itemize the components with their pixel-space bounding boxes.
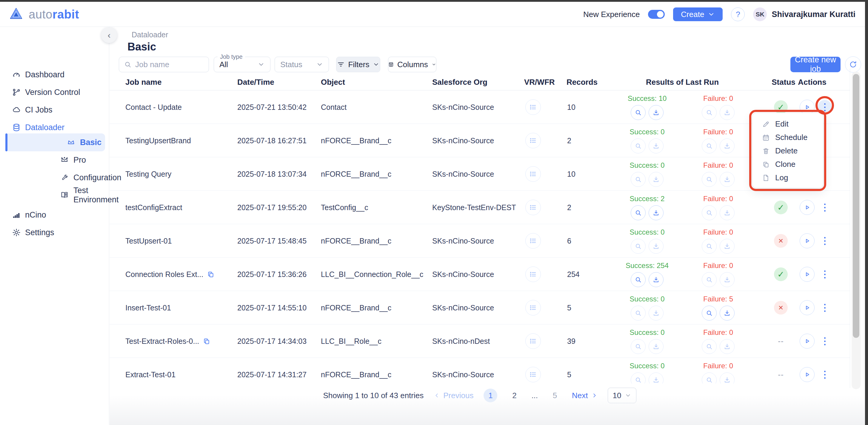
- failure-search-button[interactable]: [702, 272, 717, 287]
- success-download-button[interactable]: [649, 339, 663, 354]
- next-page-button[interactable]: Next: [572, 391, 597, 400]
- sidebar: Dashboard Version Control CI Jobs Datalo…: [0, 27, 109, 425]
- vr-wfr-button[interactable]: [525, 233, 541, 249]
- row-menu-button[interactable]: [817, 367, 832, 382]
- failure-download-button[interactable]: [720, 139, 735, 153]
- success-download-button[interactable]: [649, 205, 663, 220]
- run-job-button[interactable]: [800, 300, 814, 315]
- failure-download-button[interactable]: [720, 272, 735, 287]
- sidebar-item-ci-jobs[interactable]: CI Jobs: [0, 101, 109, 119]
- success-label: Success: 10: [615, 94, 679, 103]
- page-number-2[interactable]: 2: [507, 389, 521, 402]
- create-button[interactable]: Create: [673, 7, 723, 21]
- success-download-button[interactable]: [649, 272, 663, 287]
- row-menu-button[interactable]: [817, 234, 832, 248]
- user-menu[interactable]: SK Shivarajkumar Kuratti: [753, 7, 856, 21]
- scrollbar-thumb[interactable]: [853, 74, 859, 338]
- success-search-button[interactable]: [631, 306, 646, 321]
- run-job-button[interactable]: [800, 233, 814, 248]
- status-cell: --: [767, 325, 795, 358]
- job-type-select[interactable]: Job type All: [214, 57, 271, 72]
- failure-download-button[interactable]: [720, 105, 735, 120]
- job-name-search[interactable]: Job name: [119, 57, 209, 72]
- failure-download-button[interactable]: [720, 339, 735, 354]
- success-search-button[interactable]: [631, 105, 646, 120]
- success-download-button[interactable]: [649, 139, 663, 153]
- run-job-button[interactable]: [800, 200, 814, 215]
- vr-wfr-button[interactable]: [525, 133, 541, 148]
- success-download-button[interactable]: [649, 306, 663, 321]
- success-search-button[interactable]: [631, 172, 646, 187]
- failure-download-button[interactable]: [720, 239, 735, 254]
- success-search-button[interactable]: [631, 139, 646, 153]
- search-icon: [634, 176, 642, 183]
- menu-item-clone[interactable]: Clone: [752, 158, 823, 171]
- page-number-1[interactable]: 1: [484, 389, 497, 402]
- success-search-button[interactable]: [631, 239, 646, 254]
- list-icon: [529, 237, 537, 245]
- refresh-button[interactable]: [845, 56, 861, 72]
- row-menu-button[interactable]: [817, 334, 832, 348]
- success-download-button[interactable]: [649, 172, 663, 187]
- failure-search-button[interactable]: [702, 205, 717, 220]
- page-number-5[interactable]: 5: [548, 389, 562, 402]
- row-menu-button[interactable]: [817, 301, 832, 315]
- row-menu-button[interactable]: [817, 267, 832, 281]
- sidebar-item-version-control[interactable]: Version Control: [0, 84, 109, 101]
- help-button[interactable]: ?: [731, 7, 745, 21]
- sidebar-item-basic[interactable]: Basic: [0, 134, 109, 151]
- failure-download-button[interactable]: [720, 306, 735, 321]
- failure-search-button[interactable]: [702, 172, 717, 187]
- sidebar-item-dashboard[interactable]: Dashboard: [0, 66, 109, 83]
- sidebar-item-pro[interactable]: Pro: [0, 151, 109, 169]
- menu-item-delete[interactable]: Delete: [752, 144, 823, 158]
- success-download-button[interactable]: [649, 372, 663, 384]
- run-job-button[interactable]: [800, 367, 814, 382]
- row-menu-button[interactable]: [817, 200, 832, 215]
- page-size-select[interactable]: 10: [608, 388, 637, 403]
- status-select[interactable]: Status: [275, 57, 329, 72]
- menu-item-edit[interactable]: Edit: [752, 117, 823, 131]
- failure-search-button[interactable]: [702, 239, 717, 254]
- failure-search-button[interactable]: [702, 339, 717, 354]
- sidebar-collapse-button[interactable]: ‹: [101, 27, 117, 43]
- vr-wfr-button[interactable]: [525, 99, 541, 115]
- new-experience-toggle[interactable]: [648, 10, 665, 19]
- run-job-button[interactable]: [800, 267, 814, 282]
- menu-item-schedule[interactable]: Schedule: [752, 131, 823, 144]
- vr-wfr-button[interactable]: [525, 166, 541, 182]
- success-download-button[interactable]: [649, 105, 663, 120]
- failure-search-button[interactable]: [702, 306, 717, 321]
- failure-search-button[interactable]: [702, 372, 717, 384]
- create-new-job-button[interactable]: Create new job: [790, 57, 841, 72]
- success-download-button[interactable]: [649, 239, 663, 254]
- run-job-button[interactable]: [800, 334, 814, 348]
- run-job-button[interactable]: [800, 100, 814, 115]
- success-search-button[interactable]: [631, 339, 646, 354]
- failure-search-button[interactable]: [702, 105, 717, 120]
- columns-button[interactable]: Columns: [388, 57, 436, 72]
- failure-download-button[interactable]: [720, 205, 735, 220]
- filters-button[interactable]: Filters: [336, 57, 380, 72]
- sidebar-item-configuration[interactable]: Configuration: [0, 169, 109, 186]
- success-search-button[interactable]: [631, 272, 646, 287]
- copy-icon[interactable]: [203, 337, 211, 345]
- failure-download-button[interactable]: [720, 372, 735, 384]
- sidebar-item-ncino[interactable]: nCino: [0, 206, 109, 223]
- previous-page-button[interactable]: Previous: [434, 391, 473, 400]
- row-menu-button[interactable]: [817, 100, 832, 114]
- vr-wfr-button[interactable]: [525, 300, 541, 315]
- vr-wfr-button[interactable]: [525, 200, 541, 215]
- vr-wfr-button[interactable]: [525, 267, 541, 282]
- menu-item-log[interactable]: Log: [752, 171, 823, 184]
- success-search-button[interactable]: [631, 372, 646, 384]
- vr-wfr-button[interactable]: [525, 333, 541, 349]
- success-search-button[interactable]: [631, 205, 646, 220]
- copy-icon[interactable]: [207, 270, 215, 278]
- sidebar-item-test-environment[interactable]: Test Environment: [0, 186, 109, 204]
- sidebar-item-settings[interactable]: Settings: [0, 224, 109, 241]
- vr-wfr-button[interactable]: [525, 367, 541, 382]
- download-icon: [652, 209, 660, 217]
- failure-search-button[interactable]: [702, 139, 717, 153]
- failure-download-button[interactable]: [720, 172, 735, 187]
